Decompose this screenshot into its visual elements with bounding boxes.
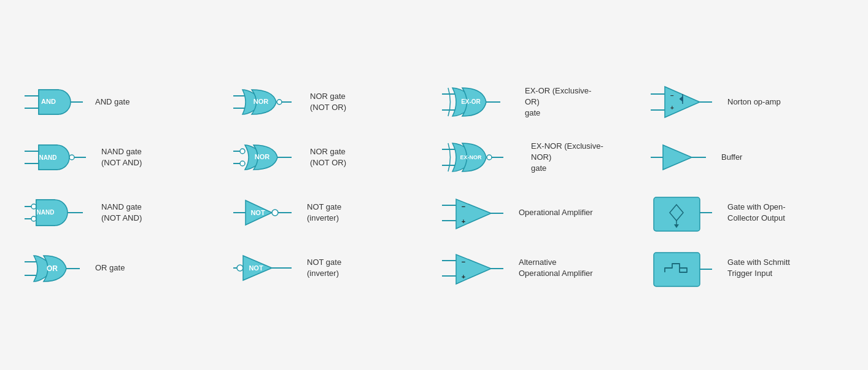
svg-text:AND: AND: [41, 98, 56, 105]
cell-nor-gate-2: NOR NOR gate(NOT OR): [225, 130, 434, 185]
norton-opamp-symbol: − +: [648, 81, 721, 124]
nand-gate-1-label: NAND gate(NOT AND): [101, 146, 142, 168]
svg-point-42: [31, 216, 36, 221]
svg-point-29: [240, 161, 245, 166]
alt-opamp-label: AlternativeOperational Amplifier: [519, 257, 593, 279]
nor-gate-1-label: NOR gate(NOT OR): [310, 91, 346, 113]
exnor-gate-label: EX-NOR (Exclusive-NOR)gate: [531, 141, 611, 175]
buffer-label: Buffer: [721, 152, 742, 163]
svg-point-8: [277, 100, 282, 104]
open-collector-symbol: [648, 191, 721, 234]
svg-point-36: [487, 155, 492, 160]
cell-opamp: − + Operational Amplifier: [434, 185, 643, 240]
not-gate-1-symbol: NOT: [230, 194, 301, 231]
cell-schmitt: Gate with SchmittTrigger Input: [643, 240, 851, 296]
cell-not-gate-2: NOT NOT gate(inverter): [225, 240, 434, 296]
svg-point-49: [272, 210, 278, 216]
svg-text:+: +: [670, 104, 674, 111]
svg-text:−: −: [462, 203, 465, 210]
svg-rect-73: [654, 253, 700, 286]
cell-alt-opamp: − + AlternativeOperational Amplifier: [434, 240, 643, 296]
svg-text:NOT: NOT: [249, 264, 263, 272]
cell-open-collector: Gate with Open-Collector Output: [643, 185, 851, 240]
opamp-label: Operational Amplifier: [519, 207, 593, 218]
svg-text:−: −: [462, 258, 465, 266]
svg-text:EX-NOR: EX-NOR: [460, 154, 482, 160]
buffer-symbol: [648, 139, 715, 176]
cell-exnor-gate: EX-NOR EX-NOR (Exclusive-NOR)gate: [434, 130, 643, 185]
svg-text:NAND: NAND: [37, 209, 55, 216]
svg-point-40: [31, 204, 36, 209]
cell-not-gate-1: NOT NOT gate(inverter): [225, 185, 434, 240]
nor-gate-2-symbol: NOR: [230, 138, 304, 178]
svg-text:−: −: [670, 92, 674, 99]
cell-norton-opamp: − + Norton op-amp: [643, 74, 851, 130]
opamp-symbol: − +: [439, 193, 513, 233]
svg-text:+: +: [462, 218, 465, 225]
not-gate-1-label: NOT gate(inverter): [307, 202, 341, 224]
svg-text:NAND: NAND: [39, 154, 57, 161]
exnor-gate-symbol: EX-NOR: [439, 136, 525, 179]
svg-point-25: [69, 155, 74, 160]
svg-text:EX-OR: EX-OR: [461, 98, 481, 105]
main-grid: AND AND gate NOR NOR gate(NOT OR) EX-OR: [10, 68, 858, 302]
exor-gate-label: EX-OR (Exclusive-OR)gate: [525, 85, 605, 119]
svg-text:OR: OR: [47, 264, 58, 273]
cell-nand-gate-1: NAND NAND gate(NOT AND): [17, 130, 225, 185]
svg-text:+: +: [462, 273, 465, 280]
and-gate-symbol: AND: [21, 84, 89, 120]
norton-opamp-label: Norton op-amp: [727, 96, 781, 108]
svg-point-27: [240, 149, 245, 154]
svg-text:NOR: NOR: [254, 98, 269, 105]
open-collector-label: Gate with Open-Collector Output: [727, 202, 786, 224]
schmitt-label: Gate with SchmittTrigger Input: [727, 257, 790, 279]
nand-gate-1-symbol: NAND: [21, 138, 95, 178]
or-gate-symbol: OR: [21, 248, 89, 288]
exor-gate-symbol: EX-OR: [439, 81, 519, 124]
nor-gate-1-symbol: NOR: [230, 84, 304, 120]
alt-opamp-symbol: − +: [439, 248, 513, 288]
cell-nand-gate-2: NAND NAND gate(NOT AND): [17, 185, 225, 240]
cell-exor-gate: EX-OR EX-OR (Exclusive-OR)gate: [434, 74, 643, 130]
nand-gate-2-label: NAND gate(NOT AND): [101, 202, 142, 224]
cell-buffer: Buffer: [643, 130, 851, 185]
schmitt-symbol: [648, 246, 721, 289]
cell-and-gate: AND AND gate: [17, 74, 225, 130]
cell-or-gate: OR OR gate: [17, 240, 225, 296]
svg-point-64: [237, 265, 243, 271]
svg-text:NOT: NOT: [250, 209, 265, 216]
nand-gate-2-symbol: NAND: [21, 191, 95, 234]
cell-nor-gate-1: NOR NOR gate(NOT OR): [225, 74, 434, 130]
svg-text:NOR: NOR: [255, 153, 270, 160]
not-gate-2-label: NOT gate(inverter): [307, 257, 341, 279]
not-gate-2-symbol: NOT: [230, 250, 301, 286]
or-gate-label: OR gate: [95, 262, 125, 274]
nor-gate-2-label: NOR gate(NOT OR): [310, 146, 346, 168]
and-gate-label: AND gate: [95, 96, 130, 108]
